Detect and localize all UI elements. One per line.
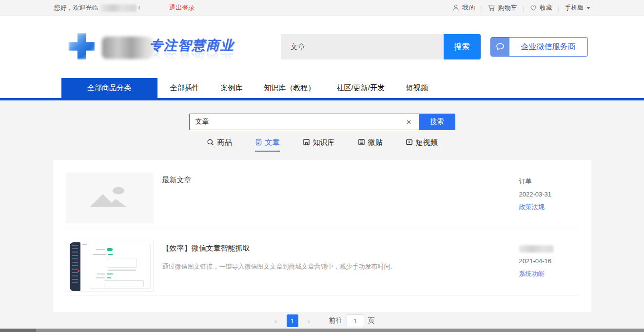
- nav-item-knowledge[interactable]: 知识库（教程）: [254, 83, 326, 93]
- page-unit-label: 页: [368, 316, 375, 325]
- result-search-button[interactable]: 搜索: [419, 114, 455, 130]
- search-results-page: × 搜索 商品 文章 知识库 微贴 短视频: [0, 100, 644, 329]
- tab-knowledge-label: 知识库: [313, 138, 335, 147]
- mobile-version-menu[interactable]: 手机版: [565, 3, 590, 12]
- result-search-bar: × 搜索: [189, 114, 455, 130]
- result-category-link[interactable]: 政策法规: [519, 203, 579, 212]
- result-thumbnail-screenshot: [66, 241, 154, 292]
- tab-shortvideo-label: 短视频: [416, 138, 438, 147]
- horizontal-scrollbar[interactable]: [0, 329, 644, 332]
- my-account-label: 我的: [462, 3, 475, 12]
- nav-item-cases[interactable]: 案例库: [210, 83, 254, 93]
- result-meta-redacted: [519, 245, 553, 253]
- result-date: 2022-03-31: [519, 191, 579, 198]
- wecom-service-label: 企业微信服务商: [509, 38, 587, 56]
- nav-item-community[interactable]: 社区/更新/开发: [326, 83, 395, 93]
- result-title[interactable]: 【效率】微信文章智能抓取: [162, 244, 519, 253]
- header-search-input[interactable]: [281, 34, 444, 59]
- video-icon: [406, 138, 413, 146]
- username-redacted: [100, 4, 137, 12]
- pagination: ‹ 1 › 前往 页: [0, 314, 644, 327]
- search-icon: [207, 138, 215, 146]
- wecom-chat-icon: [491, 38, 509, 56]
- scrollbar-thumb[interactable]: [0, 329, 36, 332]
- greeting-text: 您好，欢迎光临: [54, 3, 98, 12]
- article-icon: [255, 138, 262, 146]
- clear-search-icon[interactable]: ×: [405, 118, 413, 126]
- result-type-tabs: 商品 文章 知识库 微贴 短视频: [0, 138, 644, 152]
- separator: |: [558, 4, 559, 12]
- slogan-reflection: 专注智慧商业: [150, 50, 237, 68]
- result-description: 通过微信图文链接，一键导入微信图文文章到商城文章营销中，减少手动发布时间。: [162, 262, 519, 272]
- result-date: 2021-04-16: [519, 257, 579, 265]
- logo-text-redacted: [102, 37, 156, 59]
- goto-page-input[interactable]: [347, 314, 364, 327]
- prev-page-button[interactable]: ‹: [270, 314, 282, 327]
- result-meta-label: 订单: [519, 177, 579, 186]
- tab-articles[interactable]: 文章: [255, 138, 280, 152]
- separator: |: [523, 4, 524, 12]
- tab-goods-label: 商品: [217, 138, 232, 147]
- tab-knowledge[interactable]: 知识库: [303, 138, 335, 152]
- wecom-service-button[interactable]: 企业微信服务商: [490, 37, 588, 57]
- nav-item-plugins[interactable]: 全部插件: [159, 83, 210, 93]
- goto-label: 前往: [329, 316, 343, 325]
- nav-item-shortvideo[interactable]: 短视频: [395, 83, 439, 93]
- result-category-link[interactable]: 系统功能: [519, 270, 579, 278]
- mobile-version-label: 手机版: [565, 3, 584, 12]
- result-search-input[interactable]: [195, 118, 405, 126]
- header-search: 搜索: [281, 34, 481, 59]
- current-page-button[interactable]: 1: [287, 314, 298, 327]
- caret-down-icon: [586, 7, 590, 11]
- list-icon: [358, 138, 365, 146]
- logo-icon: [69, 33, 95, 59]
- cart-icon: [488, 4, 496, 12]
- all-categories-button[interactable]: 全部商品分类: [61, 78, 157, 98]
- tab-shortvideo[interactable]: 短视频: [406, 138, 438, 152]
- greeting-suffix: !: [138, 4, 140, 12]
- favorites-label: 收藏: [540, 3, 552, 12]
- image-placeholder-icon: [87, 185, 132, 211]
- favorites-link[interactable]: 收藏: [529, 3, 552, 12]
- cart-link[interactable]: 购物车: [488, 3, 517, 12]
- slogan: 专注智慧商业 专注智慧商业: [150, 37, 237, 68]
- heart-icon: [529, 4, 537, 12]
- site-header: 专注智慧商业 专注智慧商业 搜索 企业微信服务商: [0, 16, 644, 76]
- next-page-button[interactable]: ›: [303, 314, 315, 327]
- save-icon: [303, 138, 310, 146]
- result-item[interactable]: 最新文章 订单 2022-03-31 政策法规: [53, 160, 591, 227]
- tab-posts[interactable]: 微贴: [358, 138, 383, 152]
- tab-articles-label: 文章: [265, 138, 280, 147]
- result-thumbnail-placeholder: [66, 173, 154, 223]
- my-account-link[interactable]: 我的: [452, 3, 475, 12]
- tab-goods[interactable]: 商品: [207, 138, 232, 152]
- separator: |: [480, 4, 482, 12]
- user-icon: [452, 4, 460, 12]
- cart-label: 购物车: [498, 3, 517, 12]
- main-nav: 全部商品分类 全部插件 案例库 知识库（教程） 社区/更新/开发 短视频: [0, 76, 644, 98]
- results-card: 最新文章 订单 2022-03-31 政策法规: [53, 160, 591, 312]
- result-title[interactable]: 最新文章: [162, 176, 519, 185]
- tab-posts-label: 微贴: [368, 138, 383, 147]
- result-item[interactable]: 【效率】微信文章智能抓取 通过微信图文链接，一键导入微信图文文章到商城文章营销中…: [53, 227, 591, 295]
- logout-link[interactable]: 退出登录: [169, 3, 195, 12]
- header-search-button[interactable]: 搜索: [444, 34, 481, 59]
- top-bar: 您好，欢迎光临 ! 退出登录 我的 | 购物车 | 收藏 | 手机版: [0, 0, 644, 16]
